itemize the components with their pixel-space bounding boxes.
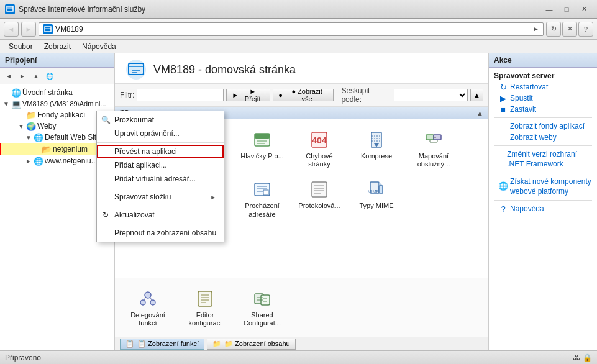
network-icon: 🖧 (573, 353, 580, 362)
icon-shared-config[interactable]: Shared Configurat... (234, 283, 290, 332)
address-icon (43, 24, 53, 34)
komprese-icon (365, 129, 388, 151)
tree-item-vm8189[interactable]: ▼ 💻 VM8189 (VM8189\Admini... (0, 98, 114, 109)
typy-mime-icon: MIME (365, 178, 388, 201)
aktualizovat-icon: ↻ (101, 210, 111, 220)
ctx-upravit-opravneni[interactable]: Upravit oprávnění... (97, 127, 224, 140)
menu-help[interactable]: Nápověda (77, 41, 121, 52)
menu-view[interactable]: Zobrazit (39, 41, 76, 52)
panel-back-button[interactable]: ◄ (2, 70, 15, 82)
features-view-icon: 📋 (125, 340, 134, 348)
svg-rect-29 (426, 135, 434, 140)
help-button[interactable]: ? (578, 22, 593, 37)
panel-forward-button[interactable]: ► (16, 70, 29, 82)
bottom-icons-grid: Delegování funkcí Editor konfiguraci (120, 283, 483, 332)
navigation-bar: ◄ ► VM8189 ► ↻ ✕ ? (0, 19, 597, 40)
back-button[interactable]: ◄ (4, 22, 19, 37)
go-arrow-icon: ► (232, 91, 239, 99)
panel-up-button[interactable]: ▲ (30, 70, 42, 82)
icon-delegovani[interactable]: Delegování funkcí (120, 283, 176, 332)
nav-right-buttons: ↻ ✕ ? (546, 22, 593, 37)
icon-mapovani[interactable]: Mapování obslužný... (406, 124, 462, 173)
action-ziskat-komponenty[interactable]: 🌐 Získat nové komponenty webové platform… (489, 176, 597, 198)
right-panel: Akce Spravovat server ↻ Restartovat ▶ Sp… (488, 53, 597, 350)
stop-button[interactable]: ✕ (562, 22, 577, 37)
action-zmenit-verzi[interactable]: Změnit verzi rozhraní .NET Framework (489, 148, 597, 170)
action-zobrazit-weby[interactable]: Zobrazit weby (489, 132, 597, 143)
icon-komprese[interactable]: Komprese (349, 124, 404, 173)
address-bar: VM8189 ► (39, 22, 544, 36)
ctx-spravovat-slozku[interactable]: Spravovat složku ► (97, 190, 224, 204)
forward-button[interactable]: ► (21, 22, 36, 37)
center-title: VM8189 - domovská stránka (153, 63, 296, 76)
icon-editor-konfig[interactable]: Editor konfiguraci (177, 283, 233, 332)
actions-separator-1 (494, 117, 592, 118)
refresh-button[interactable]: ↻ (546, 22, 561, 37)
filter-go-button[interactable]: ► ► Přejít (226, 89, 270, 101)
tree-icon-vm8189: 💻 (11, 99, 21, 109)
ctx-aktualizovat[interactable]: ↻ Aktualizovat (97, 208, 224, 222)
typy-mime-label: Typy MIME (359, 202, 393, 210)
panel-globe-button[interactable]: 🌐 (43, 70, 56, 82)
filter-label: Filtr: (120, 91, 134, 99)
prochazeni-icon (251, 178, 273, 201)
features-view-button[interactable]: 📋 📋 Zobrazení funkcí (120, 339, 204, 350)
ctx-pridat-virtualni[interactable]: Přidat virtuální adresář... (97, 172, 224, 186)
maximize-button[interactable]: □ (558, 3, 575, 16)
collapse-button[interactable]: ▲ (470, 89, 483, 101)
restart-icon: ↻ (499, 83, 508, 91)
protokolova-label: Protokolová... (298, 202, 340, 210)
action-zobrazit-fondy[interactable]: Zobrazit fondy aplikací (489, 121, 597, 132)
tree-icon-default-web: 🌐 (34, 132, 43, 142)
actions-separator-2 (494, 145, 592, 146)
title-bar-left: Správce Internetové informační služby (5, 4, 145, 14)
icon-prochazeni[interactable]: Procházení adresáře (234, 174, 290, 222)
svg-text:404: 404 (312, 135, 327, 145)
svg-point-50 (150, 300, 155, 305)
svg-rect-19 (255, 134, 270, 139)
context-menu: 🔍 Prozkoumat Upravit oprávnění... Převés… (96, 111, 224, 242)
show-all-button[interactable]: ● ● Zobrazit vše (273, 89, 334, 101)
actions-separator-3 (494, 173, 592, 173)
hlavicky-label: Hlavičky P o... (240, 152, 284, 160)
actions-separator-4 (494, 200, 592, 201)
prozkoumat-icon: 🔍 (101, 115, 111, 125)
ctx-prevest-na-aplikaci[interactable]: Převést na aplikaci (97, 145, 224, 158)
mapovani-label: Mapování obslužný... (409, 152, 458, 168)
iis-collapse-button[interactable]: ▲ (476, 109, 483, 117)
action-restartovat[interactable]: ↻ Restartovat (489, 81, 597, 93)
action-spustit[interactable]: ▶ Spustit (489, 93, 597, 104)
ctx-pridat-aplikaci[interactable]: Přidat aplikaci... (97, 158, 224, 172)
icon-hlavicky[interactable]: Hlavičky P o... (234, 124, 290, 173)
protokolova-icon (308, 178, 330, 201)
ctx-prepnout-zobrazeni[interactable]: Přepnout na zobrazení obsahu (97, 226, 224, 240)
app-icon (5, 4, 15, 14)
tree-item-uvodni-stranka[interactable]: 🌐 Úvodní stránka (0, 87, 114, 98)
chybove-label: Chybové stránky (294, 152, 344, 168)
svg-text:MIME: MIME (368, 189, 380, 194)
ctx-separator-3 (97, 206, 224, 206)
filter-input[interactable] (137, 89, 224, 101)
menu-file[interactable]: Soubor (4, 41, 38, 52)
chybove-icon: 404 (308, 129, 330, 151)
close-button[interactable]: ✕ (576, 3, 592, 16)
group-select[interactable] (394, 89, 468, 101)
prochazeni-label: Procházení adresáře (237, 202, 287, 218)
action-zastavit[interactable]: ■ Zastavit (489, 104, 597, 115)
bottom-icons-area: Delegování funkcí Editor konfiguraci (115, 278, 488, 337)
svg-rect-46 (379, 186, 383, 193)
ctx-prozkoumat[interactable]: 🔍 Prozkoumat (97, 113, 224, 127)
connections-header: Připojení (0, 53, 114, 68)
delegovani-label: Delegování funkcí (123, 311, 173, 327)
minimize-button[interactable]: — (541, 3, 557, 16)
icon-chybove[interactable]: 404 Chybové stránky (291, 124, 347, 173)
content-view-button[interactable]: 📁 📁 Zobrazení obsahu (207, 339, 296, 350)
svg-point-49 (140, 300, 145, 305)
icon-typy-mime[interactable]: MIME Typy MIME (349, 174, 404, 222)
svg-point-48 (145, 292, 151, 298)
icon-protokolova[interactable]: Protokolová... (291, 174, 347, 222)
action-napoveda[interactable]: ? Nápověda (489, 203, 597, 214)
status-bar: Připraveno 🖧 🔒 (0, 350, 597, 364)
svg-line-52 (150, 298, 152, 300)
center-title-icon (125, 58, 147, 81)
